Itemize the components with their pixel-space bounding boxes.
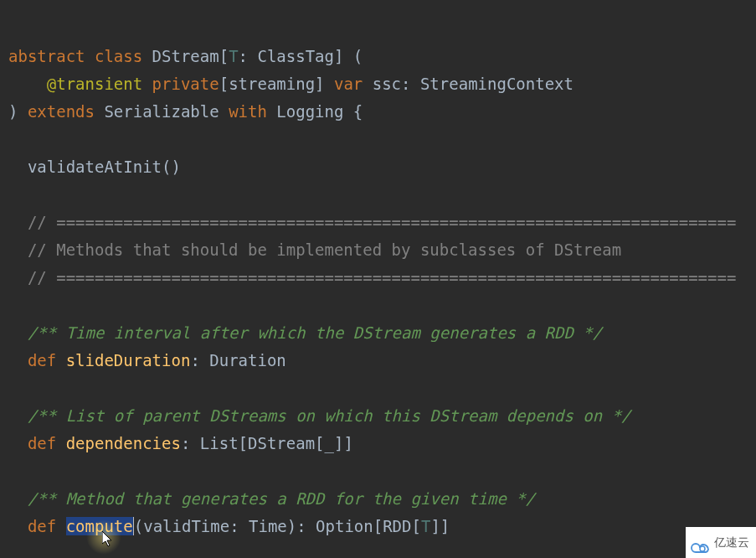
comment-divider-top: // =====================================… (8, 213, 736, 231)
code-line-5[interactable]: validateAtInit() (8, 158, 181, 176)
code-line-3[interactable]: ) extends Serializable with Logging { (8, 102, 363, 121)
watermark-text: 亿速云 (714, 529, 749, 556)
svg-point-0 (700, 546, 705, 551)
method-slideDuration: slideDuration (66, 351, 191, 369)
code-line-2[interactable]: @transient private[streaming] var ssc: S… (8, 75, 573, 93)
call-validateAtInit: validateAtInit() (8, 158, 181, 176)
code-line-15[interactable]: def dependencies: List[DStream[_]] (8, 434, 353, 452)
code-line-9[interactable]: // =====================================… (8, 268, 736, 287)
text-caret: (validTime: Time): Option[RDD[ (133, 517, 421, 535)
method-dependencies: dependencies (66, 434, 181, 452)
type-param-T: T (421, 517, 430, 535)
keyword-def: def (28, 434, 56, 452)
code-line-12[interactable]: def slideDuration: Duration (8, 351, 286, 369)
doc-slideDuration: /** Time interval after which the DStrea… (8, 323, 602, 342)
annotation-transient: @transient (47, 75, 142, 93)
code-editor[interactable]: abstract class DStream[T: ClassTag] ( @t… (0, 0, 756, 540)
comment-subclass-methods: // Methods that should be implemented by… (8, 240, 621, 259)
keyword-private: private (152, 75, 219, 93)
doc-dependencies: /** List of parent DStreams on which thi… (8, 406, 631, 425)
code-line-18[interactable]: def compute(validTime: Time): Option[RDD… (8, 517, 450, 535)
keyword-extends: extends (28, 102, 95, 121)
code-line-14[interactable]: /** List of parent DStreams on which thi… (8, 406, 631, 425)
code-line-17[interactable]: /** Method that generates a RDD for the … (8, 489, 535, 508)
keyword-var: var (334, 75, 363, 93)
type-param-T: T (229, 47, 238, 65)
code-line-1[interactable]: abstract class DStream[T: ClassTag] ( (8, 47, 363, 65)
keyword-with: with (229, 102, 267, 121)
keyword-def: def (28, 351, 56, 369)
code-line-11[interactable]: /** Time interval after which the DStrea… (8, 323, 602, 342)
watermark: 亿速云 (686, 527, 756, 558)
code-line-8[interactable]: // Methods that should be implemented by… (8, 240, 621, 259)
code-line-7[interactable]: // =====================================… (8, 213, 736, 231)
comment-divider-bottom: // =====================================… (8, 268, 736, 287)
keyword-class: class (95, 47, 142, 65)
keyword-def: def (28, 517, 56, 535)
doc-compute: /** Method that generates a RDD for the … (8, 489, 535, 508)
keyword-abstract: abstract (8, 47, 85, 65)
watermark-cloud-icon (691, 536, 711, 550)
method-compute-selected: compute (66, 517, 133, 535)
